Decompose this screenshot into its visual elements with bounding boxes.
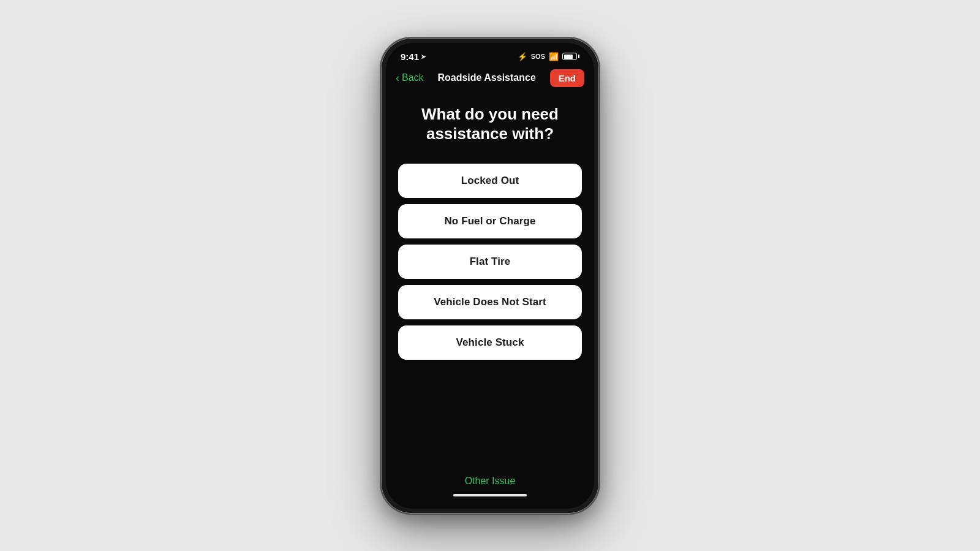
battery-tip (578, 55, 579, 58)
status-icons: ⚡ SOS 📶 (518, 52, 579, 61)
end-button[interactable]: End (550, 69, 584, 87)
bottom-area: Other Issue (386, 466, 594, 509)
option-vehicle-not-start[interactable]: Vehicle Does Not Start (398, 285, 582, 319)
options-list: Locked Out No Fuel or Charge Flat Tire V… (398, 164, 582, 360)
bluetooth-icon: ⚡ (518, 52, 527, 61)
battery-body (562, 53, 577, 60)
phone-wrapper: 9:41 ➤ ⚡ SOS 📶 (380, 37, 600, 515)
back-chevron-icon: ‹ (396, 72, 399, 83)
status-bar: 9:41 ➤ ⚡ SOS 📶 (386, 43, 594, 67)
battery-fill (564, 55, 573, 59)
phone-screen: 9:41 ➤ ⚡ SOS 📶 (386, 43, 594, 509)
option-flat-tire[interactable]: Flat Tire (398, 245, 582, 279)
question-heading: What do you need assistance with? (398, 104, 582, 144)
antenna-icon: 📶 (549, 52, 559, 61)
option-vehicle-stuck[interactable]: Vehicle Stuck (398, 325, 582, 360)
location-arrow-icon: ➤ (421, 53, 426, 60)
nav-bar: ‹ Back Roadside Assistance End (386, 67, 594, 94)
phone-frame: 9:41 ➤ ⚡ SOS 📶 (380, 37, 600, 515)
option-locked-out[interactable]: Locked Out (398, 164, 582, 198)
time-label: 9:41 (401, 51, 419, 62)
main-content: What do you need assistance with? Locked… (386, 94, 594, 466)
status-time: 9:41 ➤ (401, 51, 426, 62)
sos-label: SOS (531, 53, 545, 60)
back-label: Back (402, 72, 424, 83)
option-no-fuel[interactable]: No Fuel or Charge (398, 204, 582, 238)
battery-icon (562, 53, 579, 60)
home-indicator (453, 494, 527, 496)
nav-title: Roadside Assistance (437, 72, 535, 83)
back-button[interactable]: ‹ Back (396, 72, 424, 83)
other-issue-button[interactable]: Other Issue (465, 476, 516, 487)
